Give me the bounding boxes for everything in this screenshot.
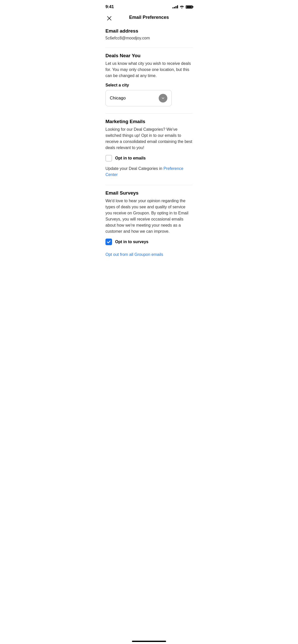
email-section: Email address 5c6efcc8@moodjoy.com: [105, 28, 193, 40]
opt-in-surveys-row: Opt in to surveys: [105, 239, 193, 245]
city-field-label: Select a city: [105, 83, 193, 87]
opt-in-emails-row: Opt in to emails: [105, 155, 193, 162]
marketing-section: Marketing Emails Looking for our Deal Ca…: [105, 119, 193, 178]
surveys-section-text: We'd love to hear your opinion regarding…: [105, 198, 193, 235]
signal-icon: [172, 5, 178, 8]
surveys-section-title: Email Surveys: [105, 190, 193, 196]
checkmark-surveys-icon: [107, 240, 111, 244]
battery-icon: [186, 5, 193, 9]
opt-out-all-link[interactable]: Opt out from all Groupon emails: [105, 252, 193, 257]
chevron-down-icon: [161, 96, 165, 100]
deals-section: Deals Near You Let us know what city you…: [105, 53, 193, 106]
email-value: 5c6efcc8@moodjoy.com: [105, 36, 193, 40]
divider-1: [105, 48, 193, 48]
page-title: Email Preferences: [129, 15, 169, 20]
marketing-section-text: Looking for our Deal Categories? We've s…: [105, 126, 193, 151]
opt-in-emails-label: Opt in to emails: [115, 156, 146, 160]
status-time: 9:41: [105, 4, 114, 9]
status-icons: [172, 5, 193, 9]
deals-section-text: Let us know what city you wish to receiv…: [105, 61, 193, 79]
opt-in-surveys-label: Opt in to surveys: [115, 240, 148, 244]
city-selected-value: Chicago: [110, 96, 126, 101]
nav-header: Email Preferences: [99, 12, 199, 24]
marketing-section-title: Marketing Emails: [105, 119, 193, 124]
email-section-title: Email address: [105, 28, 193, 34]
wifi-icon: [180, 5, 184, 9]
opt-in-emails-checkbox[interactable]: [105, 155, 112, 162]
city-dropdown[interactable]: Chicago: [105, 90, 172, 106]
divider-2: [105, 113, 193, 114]
preference-text: Update your Deal Categories in Preferenc…: [105, 166, 193, 178]
close-button[interactable]: [105, 14, 113, 22]
page-content: Email address 5c6efcc8@moodjoy.com Deals…: [99, 24, 199, 267]
deals-section-title: Deals Near You: [105, 53, 193, 58]
dropdown-arrow-icon: [159, 94, 167, 103]
divider-3: [105, 185, 193, 185]
opt-in-surveys-checkbox[interactable]: [105, 239, 112, 245]
surveys-section: Email Surveys We'd love to hear your opi…: [105, 190, 193, 245]
status-bar: 9:41: [99, 0, 199, 12]
